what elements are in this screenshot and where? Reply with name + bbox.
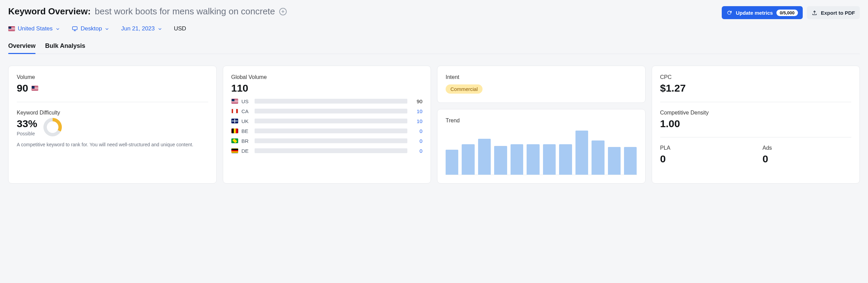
- intent-title: Intent: [446, 74, 637, 80]
- trend-bar: [608, 147, 621, 175]
- cpc-value: $1.27: [660, 82, 852, 94]
- country-value: 0: [411, 138, 422, 144]
- update-metrics-button[interactable]: Update metrics 0/5,000: [722, 6, 803, 19]
- trend-bar: [543, 144, 556, 175]
- country-code: CA: [242, 108, 251, 114]
- volume-title: Volume: [17, 74, 208, 80]
- flag-us-icon: [231, 99, 238, 104]
- tab-bulk-analysis[interactable]: Bulk Analysis: [45, 42, 85, 54]
- country-value: 0: [411, 128, 422, 134]
- chevron-down-icon: [55, 26, 60, 31]
- global-volume-card: Global Volume 110 US90CA10UK10BE0BR0DE0: [223, 66, 431, 184]
- flag-be-icon: [231, 129, 238, 133]
- trend-bar: [624, 147, 637, 175]
- title-prefix: Keyword Overview:: [8, 6, 91, 17]
- flag-de-icon: [231, 148, 238, 153]
- country-bar: [255, 109, 408, 113]
- trend-chart: [446, 131, 637, 175]
- pla-title: PLA: [660, 145, 749, 151]
- tabs: Overview Bulk Analysis: [8, 42, 860, 54]
- update-metrics-label: Update metrics: [736, 10, 773, 16]
- country-filter[interactable]: United States: [8, 25, 60, 32]
- country-code: DE: [242, 148, 251, 154]
- density-title: Competitive Density: [660, 110, 852, 116]
- volume-value: 90: [17, 82, 28, 94]
- country-bar: [255, 119, 408, 123]
- cards-grid: Volume 90 Keyword Difficulty 33% Possibl…: [8, 66, 860, 190]
- date-label: Jun 21, 2023: [121, 25, 154, 32]
- export-pdf-label: Export to PDF: [821, 10, 855, 16]
- trend-bar: [494, 146, 507, 175]
- country-value: 90: [411, 98, 422, 104]
- flag-br-icon: [231, 138, 238, 143]
- chevron-down-icon: [105, 26, 109, 31]
- country-row[interactable]: UK10: [231, 118, 423, 124]
- country-code: BR: [242, 138, 251, 144]
- chevron-down-icon: [158, 26, 162, 31]
- ads-title: Ads: [762, 145, 851, 151]
- desktop-icon: [72, 26, 78, 32]
- trend-bar: [462, 144, 474, 175]
- add-keyword-icon[interactable]: +: [279, 8, 287, 15]
- density-value: 1.00: [660, 118, 852, 130]
- flag-ca-icon: [231, 109, 238, 113]
- svg-rect-0: [72, 27, 77, 30]
- country-bar: [255, 138, 408, 143]
- refresh-icon: [727, 10, 732, 16]
- kd-donut-chart: [43, 118, 62, 136]
- volume-card: Volume 90 Keyword Difficulty 33% Possibl…: [8, 66, 217, 184]
- trend-bar: [559, 144, 572, 175]
- global-title: Global Volume: [231, 74, 423, 80]
- date-filter[interactable]: Jun 21, 2023: [121, 25, 162, 32]
- trend-bar: [527, 144, 539, 175]
- device-filter[interactable]: Desktop: [72, 25, 109, 32]
- ads-value: 0: [762, 153, 851, 165]
- global-total: 110: [231, 82, 423, 94]
- kd-percent: 33%: [17, 118, 37, 130]
- country-value: 10: [411, 118, 422, 124]
- country-bar: [255, 148, 408, 153]
- flag-uk-icon: [231, 119, 238, 123]
- page-header: Keyword Overview: best work boots for me…: [8, 6, 860, 19]
- country-bar: [255, 99, 408, 104]
- flag-us-icon: [8, 26, 15, 31]
- intent-card: Intent Commercial: [437, 66, 646, 103]
- trend-bar: [575, 131, 588, 175]
- country-label: United States: [18, 25, 53, 32]
- country-value: 10: [411, 108, 422, 114]
- title-keyword: best work boots for mens walking on conc…: [95, 6, 275, 17]
- country-value: 0: [411, 148, 422, 154]
- country-row[interactable]: BR0: [231, 138, 423, 144]
- trend-bar: [511, 144, 523, 175]
- cpc-card: CPC $1.27 Competitive Density 1.00 PLA 0…: [652, 66, 860, 184]
- export-icon: [812, 10, 817, 16]
- header-actions: Update metrics 0/5,000 Export to PDF: [722, 6, 860, 19]
- page-title: Keyword Overview: best work boots for me…: [8, 6, 287, 17]
- pla-value: 0: [660, 153, 749, 165]
- flag-us-icon: [31, 86, 38, 91]
- intent-badge: Commercial: [446, 84, 483, 94]
- trend-card: Trend: [437, 109, 646, 184]
- country-row[interactable]: DE0: [231, 148, 423, 154]
- country-bar: [255, 129, 408, 133]
- device-label: Desktop: [81, 25, 102, 32]
- country-row[interactable]: BE0: [231, 128, 423, 134]
- export-pdf-button[interactable]: Export to PDF: [807, 6, 860, 19]
- country-code: BE: [242, 128, 251, 134]
- filters-row: United States Desktop Jun 21, 2023 USD: [8, 25, 860, 32]
- trend-title: Trend: [446, 118, 637, 124]
- kd-desc: A competitive keyword to rank for. You w…: [17, 141, 208, 148]
- trend-bar: [446, 150, 458, 175]
- kd-title: Keyword Difficulty: [17, 110, 208, 116]
- country-row[interactable]: US90: [231, 98, 423, 104]
- kd-label: Possible: [17, 131, 37, 136]
- update-metrics-count: 0/5,000: [776, 10, 798, 16]
- country-code: UK: [242, 118, 251, 124]
- trend-bar: [592, 140, 604, 175]
- tab-overview[interactable]: Overview: [8, 42, 36, 54]
- country-row[interactable]: CA10: [231, 108, 423, 114]
- trend-bar: [478, 139, 491, 175]
- country-list: US90CA10UK10BE0BR0DE0: [231, 98, 423, 154]
- country-code: US: [242, 98, 251, 104]
- cpc-title: CPC: [660, 74, 852, 80]
